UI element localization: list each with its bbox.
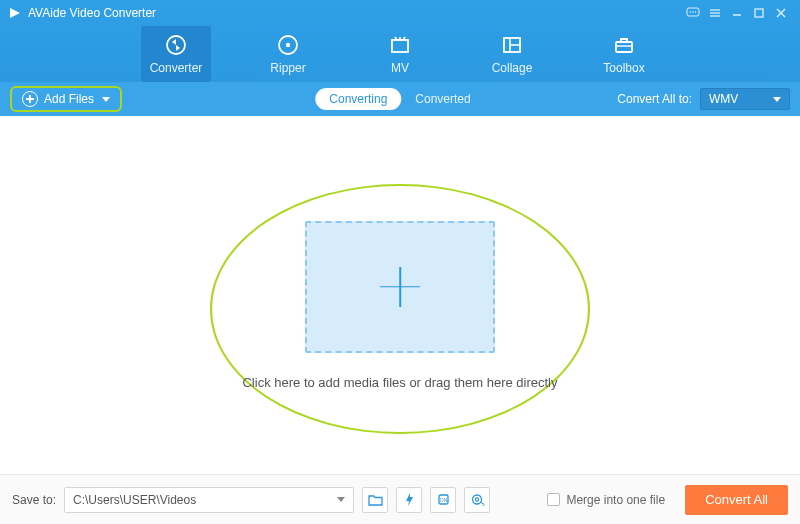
hardware-accel-button[interactable]: ON [430,487,456,513]
svg-rect-15 [392,40,408,52]
tab-label: Converter [150,61,203,75]
format-selected-value: WMV [709,92,738,106]
tab-label: MV [391,61,409,75]
mode-tab-converting[interactable]: Converting [315,88,401,110]
minimize-icon[interactable] [726,3,748,23]
plus-icon [380,267,420,307]
tab-ripper[interactable]: Ripper [253,26,323,82]
main-area: Click here to add media files or drag th… [0,116,800,474]
tab-label: Ripper [270,61,305,75]
chevron-down-icon [337,497,345,502]
convert-all-button[interactable]: Convert All [685,485,788,515]
dropzone[interactable] [305,221,495,353]
tab-collage[interactable]: Collage [477,26,547,82]
maximize-icon[interactable] [748,3,770,23]
add-files-label: Add Files [44,92,94,106]
mv-icon [388,33,412,57]
tab-converter[interactable]: Converter [141,26,211,82]
header: AVAide Video Converter Converter [0,0,800,116]
tab-toolbox[interactable]: Toolbox [589,26,659,82]
subbar: Add Files Converting Converted Convert A… [0,82,800,116]
chevron-down-icon [773,97,781,102]
feedback-icon[interactable] [682,3,704,23]
footer: Save to: C:\Users\USER\Videos ON Merge i… [0,474,800,524]
svg-point-23 [472,495,481,504]
menu-icon[interactable] [704,3,726,23]
mode-tabs: Converting Converted [315,88,484,110]
svg-point-2 [690,11,692,13]
converter-icon [164,33,188,57]
collage-icon [500,33,524,57]
open-folder-button[interactable] [362,487,388,513]
merge-checkbox[interactable]: Merge into one file [547,493,665,507]
settings-button[interactable] [464,487,490,513]
convert-all-to-label: Convert All to: [617,92,692,106]
svg-point-14 [286,43,290,47]
app-title: AVAide Video Converter [28,6,156,20]
svg-text:ON: ON [439,497,447,503]
speed-button[interactable] [396,487,422,513]
svg-rect-9 [755,9,763,17]
dropzone-hint: Click here to add media files or drag th… [242,375,557,390]
chevron-down-icon [102,97,110,102]
save-path-select[interactable]: C:\Users\USER\Videos [64,487,354,513]
nav-tabs: Converter Ripper MV Collage Toolbox [0,26,800,82]
svg-point-3 [692,11,694,13]
svg-marker-0 [10,8,20,18]
save-path-value: C:\Users\USER\Videos [73,493,196,507]
plus-circle-icon [22,91,38,107]
highlight-ellipse: Click here to add media files or drag th… [210,184,590,434]
svg-point-24 [475,498,478,501]
checkbox-icon [547,493,560,506]
tab-mv[interactable]: MV [365,26,435,82]
output-format-select[interactable]: WMV [700,88,790,110]
svg-point-4 [695,11,697,13]
close-icon[interactable] [770,3,792,23]
toolbox-icon [612,33,636,57]
tab-label: Collage [492,61,533,75]
app-logo-icon [8,6,22,20]
tab-label: Toolbox [603,61,644,75]
svg-rect-19 [616,42,632,52]
mode-tab-converted[interactable]: Converted [401,88,484,110]
ripper-icon [276,33,300,57]
titlebar: AVAide Video Converter [0,0,800,26]
save-to-label: Save to: [12,493,56,507]
merge-label: Merge into one file [566,493,665,507]
add-files-button[interactable]: Add Files [10,86,122,112]
